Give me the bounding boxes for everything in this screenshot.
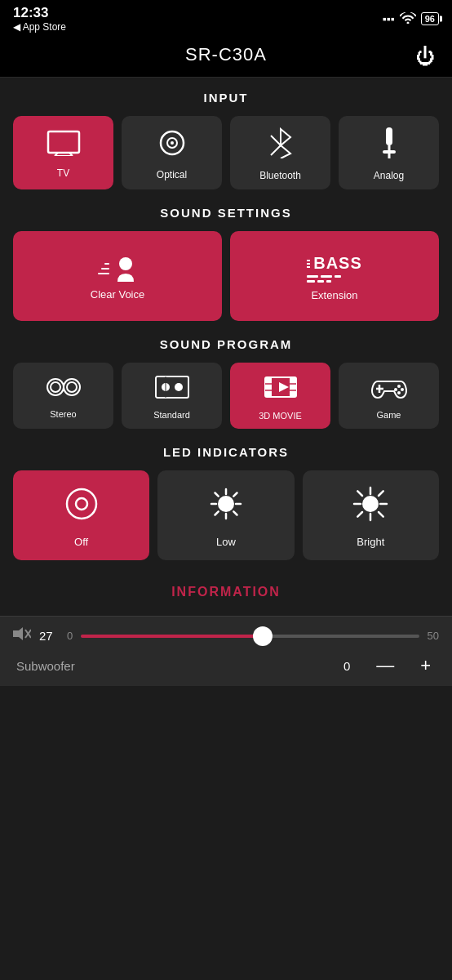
volume-slider[interactable] xyxy=(81,635,419,638)
input-tv-label: TV xyxy=(57,167,69,179)
led-low-icon xyxy=(208,486,244,529)
input-grid: TV Optical xyxy=(13,116,439,189)
bass-extension-label: Extension xyxy=(311,289,357,301)
input-section-title: INPUT xyxy=(13,91,439,105)
status-right: ▪▪▪ 96 xyxy=(383,12,439,26)
program-standard-button[interactable]: Standard xyxy=(122,363,222,429)
svg-line-42 xyxy=(233,493,237,497)
bass-extension-icon: BASS xyxy=(307,254,362,283)
stereo-icon xyxy=(46,376,82,404)
analog-icon xyxy=(378,127,401,165)
input-optical-label: Optical xyxy=(157,169,187,180)
svg-line-40 xyxy=(215,493,218,497)
volume-min: 0 xyxy=(67,630,73,642)
sound-program-title: SOUND PROGRAM xyxy=(13,337,439,351)
svg-rect-0 xyxy=(48,131,79,153)
led-bright-label: Bright xyxy=(357,536,384,548)
program-game-button[interactable]: Game xyxy=(339,363,439,429)
bottom-bar: 27 0 50 Subwoofer 0 — + xyxy=(0,616,452,686)
svg-rect-21 xyxy=(290,377,296,397)
led-off-button[interactable]: Off xyxy=(13,470,149,560)
led-low-button[interactable]: Low xyxy=(157,470,294,560)
svg-point-10 xyxy=(119,257,132,270)
led-off-icon xyxy=(64,486,100,529)
power-button[interactable]: ⏻ xyxy=(416,45,436,68)
subwoofer-value: 0 xyxy=(339,659,355,673)
subwoofer-decrement-button[interactable]: — xyxy=(371,655,399,676)
svg-line-50 xyxy=(379,512,383,517)
wifi-icon xyxy=(400,12,416,26)
svg-rect-15 xyxy=(156,376,188,398)
svg-point-28 xyxy=(401,388,404,391)
volume-row: 27 0 50 xyxy=(13,626,439,645)
game-icon xyxy=(371,375,407,405)
input-tv-button[interactable]: TV xyxy=(13,116,113,189)
svg-point-29 xyxy=(397,391,401,394)
sound-settings-section: SOUND SETTINGS Clear Voice xyxy=(13,206,439,321)
tv-icon xyxy=(47,130,81,163)
subwoofer-row: Subwoofer 0 — + xyxy=(13,655,439,676)
volume-value: 27 xyxy=(39,629,59,643)
clear-voice-label: Clear Voice xyxy=(91,288,144,301)
svg-point-44 xyxy=(362,496,379,512)
svg-line-41 xyxy=(233,511,237,514)
bass-extension-button[interactable]: BASS Extension xyxy=(230,231,439,321)
input-section: INPUT TV xyxy=(13,91,439,189)
svg-line-49 xyxy=(358,491,363,496)
svg-point-17 xyxy=(175,383,183,391)
svg-line-52 xyxy=(358,512,363,517)
led-bright-icon xyxy=(352,486,388,529)
movie3d-icon xyxy=(264,374,297,406)
svg-rect-20 xyxy=(265,377,272,397)
standard-icon xyxy=(154,375,190,405)
svg-line-43 xyxy=(215,511,218,514)
volume-max: 50 xyxy=(428,630,439,642)
program-3dmovie-button[interactable]: 3D MOVIE xyxy=(230,363,330,429)
led-bright-button[interactable]: Bright xyxy=(303,470,439,560)
svg-line-51 xyxy=(379,491,383,496)
app-header: SR-C30A ⏻ xyxy=(0,36,452,78)
information-link[interactable]: INFORMATION xyxy=(171,585,281,599)
status-bar: 12:33 ◀ App Store ▪▪▪ 96 xyxy=(0,0,452,36)
subwoofer-label: Subwoofer xyxy=(16,659,75,673)
device-title: SR-C30A xyxy=(185,44,267,65)
program-stereo-button[interactable]: Stereo xyxy=(13,363,113,429)
led-off-label: Off xyxy=(74,536,88,548)
svg-point-35 xyxy=(218,496,234,512)
subwoofer-controls: 0 — + xyxy=(339,655,436,676)
svg-point-27 xyxy=(397,385,401,388)
svg-rect-7 xyxy=(386,127,392,145)
program-3dmovie-label: 3D MOVIE xyxy=(259,411,302,421)
input-optical-button[interactable]: Optical xyxy=(122,116,222,189)
sound-settings-title: SOUND SETTINGS xyxy=(13,206,439,220)
svg-point-33 xyxy=(67,489,96,519)
program-stereo-label: Stereo xyxy=(50,409,76,419)
battery-indicator: 96 xyxy=(421,12,439,25)
sound-program-grid: Stereo Standard xyxy=(13,363,439,429)
svg-rect-9 xyxy=(383,150,396,154)
svg-point-14 xyxy=(67,382,77,392)
clear-voice-button[interactable]: Clear Voice xyxy=(13,231,222,321)
led-section: LED INDICATORS Off xyxy=(13,445,439,560)
svg-point-30 xyxy=(394,388,397,391)
led-low-label: Low xyxy=(216,536,236,548)
led-section-title: LED INDICATORS xyxy=(13,445,439,459)
led-grid: Off Low xyxy=(13,470,439,560)
svg-point-34 xyxy=(76,498,87,510)
status-left: 12:33 ◀ App Store xyxy=(13,5,66,33)
signal-icon: ▪▪▪ xyxy=(383,12,395,25)
input-analog-label: Analog xyxy=(374,170,404,181)
mute-button[interactable] xyxy=(13,626,31,645)
input-bluetooth-label: Bluetooth xyxy=(259,170,301,181)
svg-marker-26 xyxy=(279,382,289,392)
status-back[interactable]: ◀ App Store xyxy=(13,21,66,33)
clear-voice-icon xyxy=(98,256,137,282)
input-analog-button[interactable]: Analog xyxy=(339,116,439,189)
information-section: INFORMATION xyxy=(13,577,439,616)
subwoofer-increment-button[interactable]: + xyxy=(415,655,436,676)
bluetooth-icon xyxy=(269,127,292,165)
optical-icon xyxy=(157,128,187,164)
svg-point-6 xyxy=(171,141,174,145)
input-bluetooth-button[interactable]: Bluetooth xyxy=(230,116,330,189)
svg-marker-53 xyxy=(13,627,23,640)
